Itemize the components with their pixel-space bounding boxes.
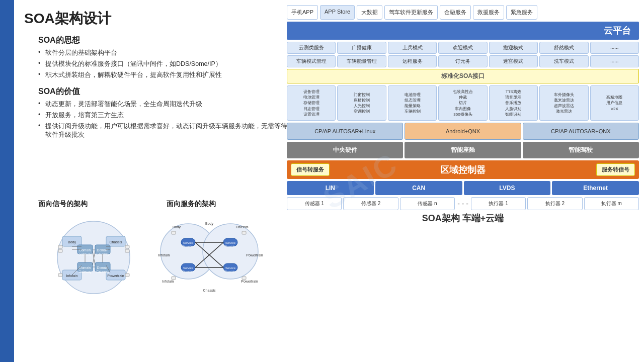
- svg-text:Body: Body: [205, 222, 213, 226]
- bottom-architecture-label: SOA架构 车端+云端: [287, 212, 639, 224]
- svg-text:Service: Service: [183, 241, 194, 244]
- svg-rect-66: [242, 231, 246, 234]
- soa-r1c2: 广播健康: [337, 42, 386, 54]
- svg-text:Gateway: Gateway: [78, 270, 92, 274]
- svg-rect-67: [172, 277, 176, 280]
- service-block-0: 设备管理 电池管理 存储管理 日志管理 设置管理: [287, 85, 336, 121]
- bus-lin: LIN: [287, 181, 374, 195]
- sensor-1: 传感器 1: [287, 197, 342, 210]
- soa-r1c7: ......: [590, 42, 639, 54]
- soa-r1c5: 撤迎模式: [489, 42, 538, 54]
- hw-driving: 智能驾驶: [523, 142, 639, 158]
- main-content: SOA架构设计 SOA的思想 软件分层的基础架构平台 提供模块化的标准服务接口（…: [14, 0, 644, 362]
- svg-text:Provider: Provider: [225, 270, 236, 273]
- cloud-platform-band: 云平台: [287, 22, 639, 40]
- service-block-4: TTS离效 语音显示 音乐播放 人脸识别 智能识别: [489, 85, 538, 121]
- svg-text:Chassis: Chassis: [203, 289, 216, 292]
- signal-to-service-badge: 信号转服务: [291, 163, 330, 176]
- svg-text:Domain: Domain: [97, 248, 109, 252]
- svg-text:Provider: Provider: [225, 245, 236, 248]
- domain-controller-row: 信号转服务 区域控制器 服务转信号: [287, 160, 639, 179]
- os-linux: CP/AP AUTOSAR+Linux: [287, 123, 403, 140]
- actuator-1: 执行器 1: [471, 197, 526, 210]
- bullet-2-1: 动态更新，灵活部署智能化场景，全生命周期迭代升级: [38, 100, 290, 109]
- bullet-1-3: 积木式拼装组合，解耦软硬件平台，提高软件复用性和扩展性: [38, 71, 290, 79]
- service-block-5: 车外摄像头 毫米波雷达 超声波雷达 激光雷达: [539, 85, 588, 121]
- os-android: Android+QNX: [405, 123, 521, 140]
- bus-lvds: LVDS: [464, 181, 551, 195]
- svg-rect-35: [125, 245, 129, 248]
- service-finance: 金融服务: [440, 5, 471, 20]
- service-block-3: 包装高性台 仲裁 切片 车内图像 360摄像头: [438, 85, 487, 121]
- svg-text:Provider: Provider: [183, 270, 194, 273]
- service-block-1: 门窗控制 座椅控制 人光控制 空调控制: [337, 85, 386, 121]
- svg-text:Service: Service: [183, 266, 194, 269]
- svg-text:Powertrain: Powertrain: [241, 280, 258, 283]
- soa-r2c1: 车辆模式管理: [287, 55, 336, 67]
- service-big-data: 大数据: [357, 5, 382, 20]
- svg-rect-38: [125, 274, 129, 277]
- soa-r1c4: 欢迎模式: [438, 42, 487, 54]
- service-phone-app: 手机APP: [287, 5, 318, 20]
- svg-rect-36: [125, 249, 129, 252]
- soa-r2c4: 订元务: [438, 55, 487, 67]
- service-blocks-row: 设备管理 电池管理 存储管理 日志管理 设置管理 门窗控制 座椅控制 人光控制 …: [287, 85, 639, 121]
- actuator-m: 执行器 m: [584, 197, 639, 210]
- svg-rect-34: [58, 249, 62, 252]
- sensor-n: 传感器 n: [400, 197, 455, 210]
- section2-title: SOA的价值: [38, 86, 290, 97]
- svg-text:Infotain: Infotain: [66, 274, 78, 278]
- svg-text:Powertrain: Powertrain: [107, 274, 124, 278]
- soa-interface-bar: 标准化SOA接口: [287, 69, 639, 83]
- svg-text:Body: Body: [173, 225, 181, 229]
- right-panel: 手机APP APP Store 大数据 驾车软件更新服务 金融服务 救援服务 紧…: [287, 5, 639, 352]
- svg-text:Body: Body: [68, 240, 76, 244]
- svg-text:Chassis: Chassis: [110, 240, 122, 244]
- hw-central: 中央硬件: [287, 142, 403, 158]
- signal-architecture-diagram: Body Chassis Infotain Powertrain Domain …: [38, 215, 149, 300]
- bullet-1-1: 软件分层的基础架构平台: [38, 49, 290, 57]
- service-car-update: 驾车软件更新服务: [384, 5, 438, 20]
- bullet-2-2: 开放服务，培育第三方生态: [38, 111, 290, 120]
- soa-r2c7: ......: [590, 55, 639, 67]
- soa-r1c3: 上兵模式: [388, 42, 437, 54]
- section1-bullets: 软件分层的基础架构平台 提供模块化的标准服务接口（涵讯中间件，如DDS/Some…: [38, 49, 290, 79]
- bullet-2-3: 提供订阅升级功能，用户可以根据需求喜好，动态订阅升级车辆服务功能，无需等待软件升…: [38, 122, 290, 139]
- hardware-row: 中央硬件 智能座舱 智能驾驶: [287, 142, 639, 158]
- soa-r1c1: 云测类服务: [287, 42, 336, 54]
- sensor-dash: - - -: [456, 200, 469, 208]
- soa-r2c3: 远程服务: [388, 55, 437, 67]
- svg-rect-65: [172, 231, 176, 234]
- svg-rect-68: [242, 277, 246, 280]
- cloud-services-row: 手机APP APP Store 大数据 驾车软件更新服务 金融服务 救援服务 紧…: [287, 5, 639, 20]
- soa-r2c2: 车辆能量管理: [337, 55, 386, 67]
- svg-text:Domain: Domain: [79, 266, 91, 269]
- svg-text:Infotain: Infotain: [158, 253, 170, 257]
- svg-text:Gateway: Gateway: [96, 270, 109, 274]
- svg-text:Service: Service: [225, 266, 236, 269]
- diag1-label: 面向信号的架构: [38, 200, 162, 209]
- service-app-store: APP Store: [320, 5, 355, 20]
- svg-text:Service: Service: [225, 241, 236, 244]
- left-panel: SOA的思想 软件分层的基础架构平台 提供模块化的标准服务接口（涵讯中间件，如D…: [38, 35, 290, 300]
- service-rescue: 救援服务: [473, 5, 504, 20]
- bus-ethernet: Ethernet: [552, 181, 639, 195]
- network-diagrams: Body Chassis Infotain Powertrain Domain …: [38, 215, 290, 300]
- bullet-1-2: 提供模块化的标准服务接口（涵讯中间件，如DDS/Some/IP）: [38, 60, 290, 68]
- svg-text:Infotain: Infotain: [163, 280, 174, 283]
- svg-text:Chassis: Chassis: [236, 225, 249, 229]
- service-block-2: 电池管理 组态管理 能量策略 车辆控制: [388, 85, 437, 121]
- hw-cockpit: 智能座舱: [405, 142, 521, 158]
- service-to-signal-badge: 服务转信号: [596, 163, 635, 176]
- svg-text:Provider: Provider: [183, 245, 194, 248]
- svg-text:Powertrain: Powertrain: [246, 253, 263, 257]
- service-emergency: 紧急服务: [506, 5, 537, 20]
- bus-row: LIN CAN LVDS Ethernet: [287, 181, 639, 195]
- actuator-2: 执行器 2: [527, 197, 582, 210]
- soa-r2c6: 洗车模式: [539, 55, 588, 67]
- section1-title: SOA的思想: [38, 35, 290, 46]
- soa-row-1: 云测类服务 广播健康 上兵模式 欢迎模式 撤迎模式 舒然模式 ......: [287, 42, 639, 54]
- section2-bullets: 动态更新，灵活部署智能化场景，全生命周期迭代升级 开放服务，培育第三方生态 提供…: [38, 100, 290, 139]
- svg-rect-37: [58, 274, 62, 277]
- bus-can: CAN: [375, 181, 462, 195]
